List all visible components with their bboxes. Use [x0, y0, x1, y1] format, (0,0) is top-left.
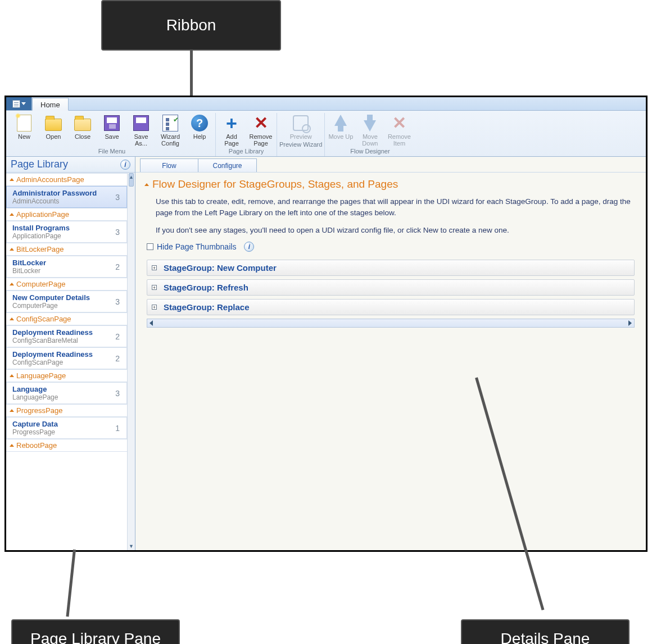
library-group-header[interactable]: ConfigScanPage: [6, 312, 127, 325]
preview-button[interactable]: Preview: [287, 113, 314, 140]
library-item-subtitle: ConfigScanPage: [12, 359, 93, 366]
expand-icon[interactable]: +: [152, 305, 157, 310]
chevron-up-icon: [10, 213, 14, 216]
stage-group-row[interactable]: +StageGroup: New Computer: [147, 260, 635, 276]
library-item[interactable]: BitLockerBitLocker2: [6, 256, 127, 278]
library-item-title: Administrator Password: [12, 189, 97, 197]
scroll-down-icon[interactable]: ▼: [128, 542, 135, 550]
callout-ribbon-label: Ribbon: [166, 16, 216, 34]
library-item-subtitle: BitLocker: [12, 267, 46, 275]
preview-icon: [292, 114, 310, 132]
library-group-name: LanguagePage: [16, 371, 66, 380]
library-group-header[interactable]: ComputerPage: [6, 278, 127, 291]
new-button[interactable]: New: [11, 113, 38, 147]
ribbon-group-flow-designer: Move Up Move Down ✕ Remove Item Flow Des…: [325, 113, 415, 156]
add-page-label: Add Page: [218, 133, 245, 147]
hide-thumbnails-checkbox[interactable]: [147, 243, 153, 250]
library-item-title: Install Programs: [12, 224, 70, 232]
remove-item-button[interactable]: ✕ Remove Item: [386, 113, 413, 147]
move-up-icon: [332, 114, 350, 132]
library-item[interactable]: Install ProgramsApplicationPage3: [6, 221, 127, 243]
chevron-up-icon: [10, 318, 14, 320]
tab-home[interactable]: Home: [32, 98, 69, 111]
stage-group-row[interactable]: +StageGroup: Replace: [147, 299, 635, 315]
new-label: New: [18, 133, 30, 140]
dropdown-caret-icon: [21, 102, 26, 105]
stage-group-label: StageGroup: Replace: [164, 302, 250, 312]
details-pane: Flow Configure Flow Designer for StageGr…: [135, 157, 646, 550]
remove-item-icon: ✕: [390, 114, 408, 132]
expand-icon[interactable]: +: [152, 265, 157, 270]
library-item[interactable]: New Computer DetailsComputerPage3: [6, 291, 127, 312]
info-icon[interactable]: i: [120, 160, 130, 170]
library-item-count: 3: [115, 297, 122, 306]
library-group-name: AdminAccountsPage: [16, 175, 84, 184]
library-group-header[interactable]: LanguagePage: [6, 369, 127, 382]
library-group-name: ComputerPage: [16, 280, 65, 288]
library-item[interactable]: Capture DataProgressPage1: [6, 417, 127, 439]
stage-group-row[interactable]: +StageGroup: Refresh: [147, 279, 635, 296]
library-group-name: ConfigScanPage: [16, 315, 71, 323]
close-button[interactable]: Close: [69, 113, 96, 147]
move-up-button[interactable]: Move Up: [327, 113, 354, 147]
ribbon-group-preview-wizard-label: Preview Wizard: [279, 140, 322, 149]
remove-page-button[interactable]: ✕ Remove Page: [247, 113, 274, 147]
library-item-count: 3: [115, 389, 122, 398]
flow-designer-heading: Flow Designer for StageGroups, Stages, a…: [144, 178, 637, 191]
chevron-up-icon: [10, 248, 14, 251]
library-group-header[interactable]: BitLockerPage: [6, 243, 127, 256]
help-button[interactable]: ? Help: [186, 113, 213, 147]
expand-icon[interactable]: +: [152, 285, 157, 290]
library-item[interactable]: LanguageLanguagePage3: [6, 382, 127, 404]
info-icon[interactable]: i: [244, 242, 254, 252]
tab-configure[interactable]: Configure: [198, 158, 257, 172]
ribbon-group-page-library: + Add Page ✕ Remove Page Page Library: [216, 113, 277, 156]
add-page-button[interactable]: + Add Page: [218, 113, 245, 147]
save-as-icon: [132, 114, 150, 132]
library-item[interactable]: Deployment ReadinessConfigScanBareMetal2: [6, 325, 127, 347]
stage-group-label: StageGroup: Refresh: [164, 283, 248, 292]
library-group-name: BitLockerPage: [16, 245, 64, 253]
library-item-title: Capture Data: [12, 420, 58, 428]
library-item[interactable]: Administrator PasswordAdminAccounts3: [6, 186, 127, 208]
save-as-button[interactable]: Save As...: [128, 113, 155, 147]
system-menu-button[interactable]: [6, 97, 32, 110]
chevron-up-icon: [10, 374, 14, 377]
horizontal-scrollbar[interactable]: [147, 319, 635, 328]
callout-details-label: Details Pane: [501, 630, 590, 644]
wizard-config-button[interactable]: Wizard Config: [157, 113, 184, 147]
preview-label: Preview: [290, 133, 312, 140]
library-item-count: 3: [115, 228, 122, 237]
chevron-up-icon: [10, 283, 14, 285]
new-icon: [15, 114, 33, 132]
tab-flow[interactable]: Flow: [140, 158, 198, 172]
move-up-label: Move Up: [328, 133, 353, 140]
callout-connector: [190, 51, 193, 96]
chevron-up-icon: [144, 183, 149, 186]
library-item-title: Deployment Readiness: [12, 350, 93, 359]
save-button[interactable]: Save: [98, 113, 125, 147]
library-item[interactable]: Deployment ReadinessConfigScanPage2: [6, 347, 127, 369]
ribbon-group-file-menu-label: File Menu: [98, 147, 125, 156]
scroll-up-icon[interactable]: ▲: [128, 173, 135, 181]
callout-page-library-label: Page Library Pane: [30, 630, 161, 644]
library-group-name: ApplicationPage: [16, 210, 69, 219]
move-down-label: Move Down: [356, 133, 383, 147]
remove-page-label: Remove Page: [247, 133, 274, 147]
library-group-header[interactable]: AdminAccountsPage: [6, 173, 127, 186]
app-window: Home New Open Close S: [4, 96, 648, 552]
callout-ribbon: Ribbon: [101, 0, 281, 51]
page-library-header: Page Library i: [6, 157, 135, 173]
library-item-subtitle: ApplicationPage: [12, 232, 70, 240]
move-down-button[interactable]: Move Down: [356, 113, 383, 147]
document-icon: [12, 100, 20, 108]
library-item-title: BitLocker: [12, 258, 46, 267]
close-label: Close: [75, 133, 90, 140]
page-library-scrollbar[interactable]: ▲ ▼: [127, 173, 135, 550]
hide-thumbnails-label: Hide Page Thumbnails: [157, 242, 236, 251]
library-group-header[interactable]: ApplicationPage: [6, 208, 127, 221]
library-group-header[interactable]: RebootPage: [6, 439, 127, 452]
remove-item-label: Remove Item: [386, 133, 413, 147]
open-button[interactable]: Open: [40, 113, 67, 147]
library-group-header[interactable]: ProgressPage: [6, 404, 127, 417]
